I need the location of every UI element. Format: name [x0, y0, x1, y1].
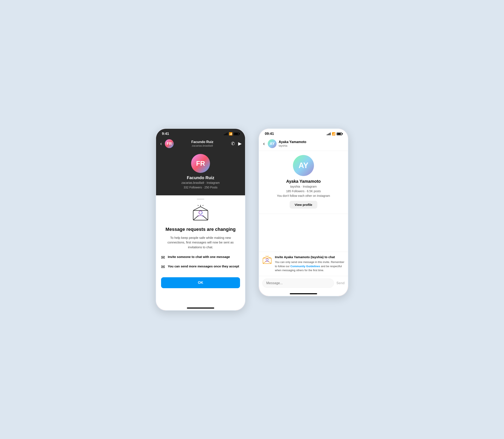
dark-header: ‹ FR Facundo Ruiz zacarias.brasilia9 ✆ ▶… — [156, 138, 245, 195]
profile-sub-right: tayshia · Instagram — [263, 185, 344, 188]
battery-fill-left — [234, 133, 238, 135]
avatar-image-left: FR — [165, 139, 174, 148]
phones-container: 9:41 📶 ‹ FR — [156, 128, 348, 311]
envelope-illustration — [161, 205, 240, 222]
back-button-right[interactable]: ‹ — [262, 140, 266, 147]
invite-svg — [262, 256, 272, 264]
nav-username-right: Ayaka Yamamoto — [279, 140, 345, 144]
home-indicator-left — [187, 307, 214, 309]
avatar-large-img-right: AY — [293, 155, 314, 176]
time-left: 9:41 — [162, 132, 169, 136]
envelope-icon: ✉ — [161, 255, 165, 260]
back-button-left[interactable]: ‹ — [159, 140, 163, 147]
invite-envelope-icon — [262, 256, 272, 265]
profile-sub-left: zacarias.brasilia9 · Instagram — [156, 181, 245, 184]
user-info-right: Ayaka Yamamoto tayshia — [279, 140, 345, 147]
avatar-large-right: AY — [293, 155, 314, 176]
feature-item-2: ✉ You can send more messages once they a… — [161, 264, 240, 270]
status-icons-right: 📶 — [327, 132, 342, 135]
time-right: 09:41 — [265, 132, 274, 136]
ok-button[interactable]: OK — [161, 277, 240, 288]
invite-title: Invite Ayaka Yamamoto (tayshia) to chat — [275, 255, 345, 259]
avatar-small-left: FR — [165, 139, 174, 148]
svg-line-6 — [203, 205, 203, 206]
signal-bar-r3 — [329, 133, 329, 135]
svg-line-2 — [203, 216, 208, 220]
svg-line-1 — [193, 216, 198, 220]
profile-note-right: You don't follow each other on Instagram — [263, 194, 344, 197]
feature-list: ✉ Invite someone to chat with one messag… — [161, 255, 240, 270]
signal-bar-r2 — [328, 134, 328, 135]
svg-line-9 — [268, 261, 271, 264]
send-icon: ✉ — [161, 264, 165, 270]
chat-area — [259, 214, 348, 252]
nav-actions-left: ✆ ▶ — [231, 141, 242, 146]
status-bar-left: 9:41 📶 — [156, 129, 245, 138]
nav-username-left: Facundo Ruiz — [176, 140, 229, 144]
nav-bar-right: ‹ AY Ayaka Yamamoto tayshia — [259, 138, 348, 151]
svg-line-13 — [268, 256, 269, 256]
battery-icon-right — [337, 133, 342, 135]
community-guidelines-link[interactable]: Community Guidelines — [290, 265, 320, 268]
bottom-sheet: Message requests are changing To help ke… — [156, 195, 245, 305]
view-profile-button[interactable]: View profile — [289, 201, 317, 208]
feature-item-1: ✉ Invite someone to chat with one messag… — [161, 255, 240, 260]
status-icons-left: 📶 — [224, 132, 239, 135]
nav-handle-right: tayshia — [279, 144, 345, 147]
sheet-title: Message requests are changing — [161, 226, 240, 232]
profile-stats-left: 332 Followers · 250 Posts — [156, 186, 245, 189]
signal-bar-r4 — [330, 133, 331, 135]
nav-handle-left: zacarias.brasilia9 — [176, 144, 229, 147]
invite-section: Invite Ayaka Yamamoto (tayshia) to chat … — [259, 252, 348, 276]
avatar-large-left: FR — [191, 154, 210, 173]
message-input-bar: Send — [259, 276, 348, 290]
nav-bar-left: ‹ FR Facundo Ruiz zacarias.brasilia9 ✆ ▶ — [156, 138, 245, 151]
profile-name-right: Ayaka Yamamoto — [263, 179, 344, 184]
profile-stats-right: 185 Followers · 6.5K posts — [263, 189, 344, 193]
phone-icon[interactable]: ✆ — [231, 141, 235, 146]
invite-card: Invite Ayaka Yamamoto (tayshia) to chat … — [262, 255, 345, 272]
battery-fill-right — [337, 133, 341, 135]
signal-bar-r1 — [327, 134, 327, 135]
svg-line-12 — [266, 256, 266, 256]
battery-icon-left — [234, 133, 239, 135]
svg-line-5 — [198, 205, 198, 206]
signal-bar-3 — [226, 133, 227, 135]
avatar-image-right: AY — [268, 139, 276, 148]
wifi-icon-right: 📶 — [332, 132, 335, 135]
signal-bar-4 — [227, 133, 228, 135]
signal-icon-left — [224, 132, 228, 135]
user-info-left: Facundo Ruiz zacarias.brasilia9 — [176, 140, 229, 147]
home-indicator-right — [290, 293, 317, 294]
signal-bar-2 — [225, 134, 226, 135]
sheet-desc: To help keep people safe while making ne… — [161, 235, 240, 250]
profile-name-left: Facundo Ruiz — [156, 175, 245, 180]
wifi-icon-left: 📶 — [229, 132, 232, 135]
send-button[interactable]: Send — [336, 281, 345, 285]
feature-text-2: You can send more messages once they acc… — [168, 264, 239, 268]
message-input[interactable] — [262, 279, 334, 288]
invite-content: Invite Ayaka Yamamoto (tayshia) to chat … — [275, 255, 345, 272]
avatar-small-right: AY — [268, 139, 276, 148]
phone-right: 09:41 📶 ‹ AY Ayaka Yamamoto — [258, 128, 348, 297]
invite-description: You can only send one message in this in… — [275, 260, 345, 272]
signal-icon-right — [327, 132, 331, 135]
signal-bar-1 — [224, 134, 225, 135]
feature-text-1: Invite someone to chat with one message — [168, 255, 230, 259]
svg-line-8 — [263, 261, 266, 264]
phone-left: 9:41 📶 ‹ FR — [156, 128, 246, 311]
avatar-large-img-left: FR — [191, 154, 210, 173]
envelope-svg — [191, 205, 210, 221]
video-icon[interactable]: ▶ — [238, 141, 242, 146]
svg-point-10 — [266, 258, 268, 261]
svg-point-3 — [199, 211, 202, 214]
profile-section-right: AY Ayaka Yamamoto tayshia · Instagram 18… — [259, 151, 348, 214]
sheet-handle — [197, 199, 204, 200]
status-bar-right: 09:41 📶 — [259, 129, 348, 138]
